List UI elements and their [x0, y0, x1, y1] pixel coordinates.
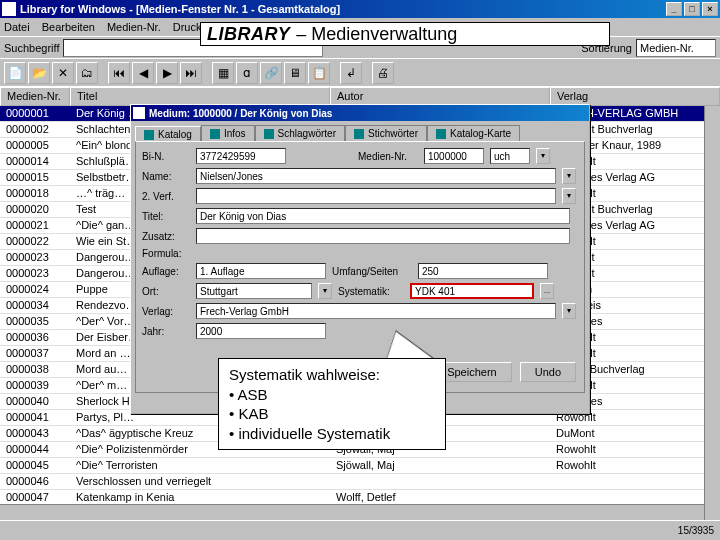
- vort-dropdown-icon[interactable]: ▾: [562, 188, 576, 204]
- cell-id: 0000039: [0, 378, 70, 393]
- tab-katalogkarte[interactable]: Katalog-Karte: [427, 125, 520, 141]
- tool-doc-icon[interactable]: 📋: [308, 62, 330, 84]
- tool-delete-icon[interactable]: ✕: [52, 62, 74, 84]
- card-icon: [436, 129, 446, 139]
- medien-input[interactable]: [424, 148, 484, 164]
- search-label: Suchbegriff: [4, 42, 59, 54]
- tool-print-icon[interactable]: 🖨: [372, 62, 394, 84]
- menu-bearbeiten[interactable]: Bearbeiten: [42, 21, 95, 33]
- cell-id: 0000044: [0, 442, 70, 457]
- tab-stichwoerter[interactable]: Stichwörter: [345, 125, 427, 141]
- cell-id: 0000038: [0, 362, 70, 377]
- vertical-scrollbar[interactable]: [704, 106, 720, 520]
- auflage-label: Auflage:: [142, 266, 190, 277]
- uch-input[interactable]: [490, 148, 530, 164]
- tab-schlagwoerter[interactable]: Schlagwörter: [255, 125, 345, 141]
- minimize-button[interactable]: _: [666, 2, 682, 16]
- cell-id: 0000047: [0, 490, 70, 505]
- tool-enter-icon[interactable]: ↲: [340, 62, 362, 84]
- cell-id: 0000037: [0, 346, 70, 361]
- undo-button[interactable]: Undo: [520, 362, 576, 382]
- close-button[interactable]: ×: [702, 2, 718, 16]
- cell-id: 0000024: [0, 282, 70, 297]
- jahr-input[interactable]: [196, 323, 326, 339]
- menu-datei[interactable]: Datei: [4, 21, 30, 33]
- nav-last-icon[interactable]: ⏭: [180, 62, 202, 84]
- nav-next-icon[interactable]: ▶: [156, 62, 178, 84]
- umfang-label: Umfang/Seiten: [332, 266, 412, 277]
- status-count: 15/3935: [678, 525, 714, 536]
- cell-title: Katenkamp in Kenia: [70, 490, 330, 505]
- cell-title: ^Die^ Terroristen: [70, 458, 330, 473]
- tool-card-icon[interactable]: 🗂: [76, 62, 98, 84]
- cell-author: [330, 474, 550, 489]
- tool-screen-icon[interactable]: 🖥: [284, 62, 306, 84]
- uch-dropdown-icon[interactable]: ▾: [536, 148, 550, 164]
- systematik-input[interactable]: [410, 283, 534, 299]
- cell-verlag: DuMont: [550, 426, 720, 441]
- cell-id: 0000021: [0, 218, 70, 233]
- horizontal-scrollbar[interactable]: [0, 504, 704, 520]
- titel-label: Titel:: [142, 211, 190, 222]
- header-id[interactable]: Medien-Nr.: [0, 87, 70, 106]
- cell-id: 0000046: [0, 474, 70, 489]
- tab-katalog[interactable]: Katalog: [135, 126, 201, 142]
- sort-input[interactable]: [636, 39, 716, 57]
- vort-input[interactable]: [196, 188, 556, 204]
- cell-id: 0000043: [0, 426, 70, 441]
- dialog-titlebar: Medium: 1000000 / Der König von Dias: [131, 105, 589, 121]
- tag-icon: [264, 129, 274, 139]
- zusatz-input[interactable]: [196, 228, 570, 244]
- statusbar: 15/3935: [0, 520, 720, 540]
- callout-box: Systematik wahlweise: • ASB • KAB • indi…: [218, 358, 446, 450]
- slide-title-rest: – Medienverwaltung: [296, 24, 457, 45]
- verlag-input[interactable]: [196, 303, 556, 319]
- cell-id: 0000014: [0, 154, 70, 169]
- table-row[interactable]: 0000045^Die^ TerroristenSjöwall, MajRowo…: [0, 458, 720, 474]
- cell-id: 0000023: [0, 250, 70, 265]
- name-dropdown-icon[interactable]: ▾: [562, 168, 576, 184]
- tool-grid-icon[interactable]: ▦: [212, 62, 234, 84]
- dialog-title: Medium: 1000000 / Der König von Dias: [149, 108, 332, 119]
- umfang-input[interactable]: [418, 263, 548, 279]
- cell-verlag: Rowohlt: [550, 458, 720, 473]
- cell-title: Verschlossen und verriegelt: [70, 474, 330, 489]
- callout-line1: Systematik wahlweise:: [229, 365, 435, 385]
- systematik-label: Systematik:: [338, 286, 404, 297]
- slide-title-lib: LIBRARY: [201, 24, 296, 45]
- window-title: Library for Windows - [Medien-Fenster Nr…: [20, 3, 340, 15]
- cell-id: 0000020: [0, 202, 70, 217]
- menu-medien[interactable]: Medien-Nr.: [107, 21, 161, 33]
- tag2-icon: [354, 129, 364, 139]
- ort-input[interactable]: [196, 283, 312, 299]
- nav-first-icon[interactable]: ⏮: [108, 62, 130, 84]
- tool-a-icon[interactable]: ɑ: [236, 62, 258, 84]
- tool-open-icon[interactable]: 📂: [28, 62, 50, 84]
- cell-id: 0000005: [0, 138, 70, 153]
- tool-new-icon[interactable]: 📄: [4, 62, 26, 84]
- cell-id: 0000018: [0, 186, 70, 201]
- tab-infos[interactable]: Infos: [201, 125, 255, 141]
- cell-author: Sjöwall, Maj: [330, 458, 550, 473]
- cell-author: Wolff, Detlef: [330, 490, 550, 505]
- table-row[interactable]: 0000046Verschlossen und verriegelt: [0, 474, 720, 490]
- nav-prev-icon[interactable]: ◀: [132, 62, 154, 84]
- name-input[interactable]: [196, 168, 556, 184]
- cell-id: 0000022: [0, 234, 70, 249]
- systematik-more-button[interactable]: ...: [540, 283, 554, 299]
- main-titlebar: Library for Windows - [Medien-Fenster Nr…: [0, 0, 720, 18]
- bin-input[interactable]: [196, 148, 286, 164]
- info-icon: [210, 129, 220, 139]
- titel-input[interactable]: [196, 208, 570, 224]
- maximize-button[interactable]: □: [684, 2, 700, 16]
- verlag-dropdown-icon[interactable]: ▾: [562, 303, 576, 319]
- auflage-input[interactable]: [196, 263, 326, 279]
- grid-headers: Medien-Nr. Titel Autor Verlag: [0, 86, 720, 106]
- cell-id: 0000034: [0, 298, 70, 313]
- ort-dropdown-icon[interactable]: ▾: [318, 283, 332, 299]
- name-label: Name:: [142, 171, 190, 182]
- cell-id: 0000001: [0, 106, 70, 121]
- tool-link-icon[interactable]: 🔗: [260, 62, 282, 84]
- cell-id: 0000041: [0, 410, 70, 425]
- callout-line4: • individuelle Systematik: [229, 424, 435, 444]
